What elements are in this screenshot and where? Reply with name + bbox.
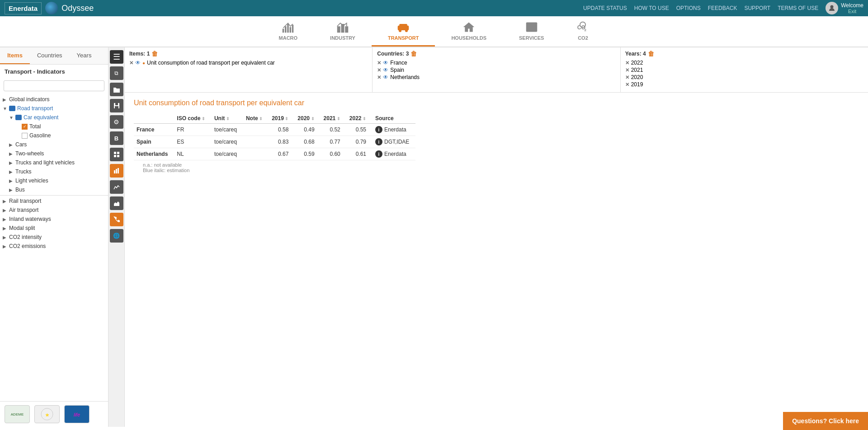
svg-point-11 bbox=[405, 29, 408, 32]
tab-industry[interactable]: INDUSTRY bbox=[314, 16, 372, 47]
tree-item-rail[interactable]: ▶ Rail transport bbox=[0, 196, 108, 206]
country-eye-spain[interactable]: 👁 bbox=[383, 67, 388, 73]
checkbox-total[interactable]: ✓ bbox=[22, 124, 28, 130]
tree-item-global-indicators[interactable]: ▶ Global indicators bbox=[0, 95, 108, 104]
country-remove-netherlands[interactable]: ✕ bbox=[377, 75, 381, 80]
panel-tab-years[interactable]: Years bbox=[70, 47, 99, 64]
nav-link-how-to-use[interactable]: HOW TO USE bbox=[634, 5, 669, 11]
tree-item-gasoline[interactable]: ▶ Gasoline bbox=[0, 131, 108, 140]
expander-trucks-light: ▶ bbox=[9, 160, 15, 165]
tree-item-co2-intensity[interactable]: ▶ CO2 intensity bbox=[0, 233, 108, 242]
expander-co2-intensity: ▶ bbox=[3, 235, 9, 240]
panel-tab-countries[interactable]: Countries bbox=[30, 47, 70, 64]
col-header-2021[interactable]: 2021 bbox=[321, 113, 347, 124]
tab-transport[interactable]: TRANSPORT bbox=[372, 16, 435, 47]
col-header-2022[interactable]: 2022 bbox=[347, 113, 373, 124]
items-trash-icon[interactable]: 🗑 bbox=[151, 50, 158, 57]
country-row-spain: ✕ 👁 Spain bbox=[377, 66, 615, 74]
phone-button[interactable] bbox=[110, 213, 123, 226]
tree-item-modal[interactable]: ▶ Modal split bbox=[0, 224, 108, 233]
copy-button[interactable]: ⧉ bbox=[110, 66, 123, 80]
cell-unit: toe/careq bbox=[212, 124, 243, 136]
country-eye-france[interactable]: 👁 bbox=[383, 60, 388, 66]
tree-item-cars[interactable]: ▶ Cars bbox=[0, 140, 108, 149]
icon-sidebar: ☰ ⧉ ⚙ B 🌐 bbox=[108, 47, 125, 427]
svg-rect-36 bbox=[116, 169, 117, 173]
col-header-isocode[interactable]: ISO code bbox=[174, 113, 212, 124]
enerdata-logo[interactable]: Enerdata bbox=[5, 2, 42, 14]
line-chart-button[interactable] bbox=[110, 180, 123, 194]
tree-item-trucks-light[interactable]: ▶ Trucks and light vehicles bbox=[0, 158, 108, 167]
svg-rect-12 bbox=[399, 24, 407, 26]
tree-item-bus[interactable]: ▶ Bus bbox=[0, 185, 108, 194]
cell-unit: toe/careq bbox=[212, 136, 243, 148]
expander-global: ▶ bbox=[3, 97, 9, 102]
search-input[interactable] bbox=[4, 80, 104, 91]
svg-rect-5 bbox=[292, 25, 294, 33]
countries-trash-icon[interactable]: 🗑 bbox=[410, 50, 417, 57]
tree-item-car-equivalent[interactable]: ▼ Car equivalent bbox=[0, 113, 108, 122]
svg-text:⭐: ⭐ bbox=[45, 413, 49, 417]
countries-header: Countries: 3 🗑 bbox=[377, 50, 615, 57]
nav-link-update-status[interactable]: UPDATE STATUS bbox=[583, 5, 627, 11]
cell-note bbox=[243, 148, 269, 160]
save-button[interactable] bbox=[110, 99, 123, 112]
expander-cars: ▶ bbox=[9, 142, 15, 147]
tab-industry-label: INDUSTRY bbox=[330, 35, 355, 41]
nav-link-feedback[interactable]: FEEDBACK bbox=[708, 5, 737, 11]
bar-chart-button[interactable] bbox=[110, 164, 123, 178]
main-layout: Items Countries Years Transport - Indica… bbox=[0, 47, 868, 427]
year-remove-2019[interactable]: ✕ bbox=[625, 82, 629, 88]
cell-2019: 0.83 bbox=[269, 136, 295, 148]
svg-rect-37 bbox=[118, 168, 119, 173]
item-eye-0[interactable]: 👁 bbox=[135, 60, 141, 66]
info-icon[interactable]: i bbox=[375, 138, 382, 145]
info-icon[interactable]: i bbox=[375, 126, 382, 133]
tree-item-inland[interactable]: ▶ Inland waterways bbox=[0, 215, 108, 224]
tree-item-total[interactable]: ▶ ✓ Total bbox=[0, 122, 108, 131]
globe-button[interactable]: 🌐 bbox=[110, 229, 123, 243]
country-eye-netherlands[interactable]: 👁 bbox=[383, 74, 388, 80]
col-header-2020[interactable]: 2020 bbox=[295, 113, 321, 124]
tab-households[interactable]: HOUSEHOLDS bbox=[435, 16, 503, 47]
col-header-2019[interactable]: 2019 bbox=[269, 113, 295, 124]
tree-item-light-vehicles[interactable]: ▶ Light vehicles bbox=[0, 176, 108, 185]
year-remove-2020[interactable]: ✕ bbox=[625, 75, 629, 80]
menu-button[interactable]: ☰ bbox=[110, 50, 123, 64]
checkbox-gasoline[interactable] bbox=[22, 133, 28, 139]
nav-link-options[interactable]: OPTIONS bbox=[676, 5, 701, 11]
items-count: Items: 1 bbox=[129, 51, 150, 57]
tree-item-air[interactable]: ▶ Air transport bbox=[0, 206, 108, 215]
year-remove-2022[interactable]: ✕ bbox=[625, 60, 629, 66]
info-icon[interactable]: i bbox=[375, 150, 382, 158]
area-chart-button[interactable] bbox=[110, 196, 123, 210]
grid-button[interactable] bbox=[110, 148, 123, 161]
tree-item-co2-emissions[interactable]: ▶ CO2 emissions bbox=[0, 242, 108, 251]
col-header-note[interactable]: Note bbox=[243, 113, 269, 124]
bold-button[interactable]: B bbox=[110, 131, 123, 145]
year-remove-2021[interactable]: ✕ bbox=[625, 67, 629, 73]
item-remove-0[interactable]: ✕ bbox=[129, 60, 133, 66]
svg-marker-38 bbox=[114, 201, 119, 206]
country-remove-france[interactable]: ✕ bbox=[377, 60, 381, 66]
tab-co2[interactable]: CO 2 CO2 bbox=[560, 16, 605, 47]
folder-button[interactable] bbox=[110, 83, 123, 96]
tree-item-road-transport[interactable]: ▼ Road transport bbox=[0, 104, 108, 113]
panel-tab-items[interactable]: Items bbox=[0, 47, 30, 64]
col-header-unit[interactable]: Unit bbox=[212, 113, 243, 124]
questions-button[interactable]: Questions? Click here bbox=[783, 412, 868, 427]
welcome-button[interactable]: Welcome Exit bbox=[826, 2, 863, 14]
years-trash-icon[interactable]: 🗑 bbox=[648, 50, 654, 57]
top-nav-links: UPDATE STATUS HOW TO USE OPTIONS FEEDBAC… bbox=[583, 2, 863, 14]
tab-services[interactable]: SERVICES bbox=[503, 16, 560, 47]
nav-link-terms[interactable]: TERMS OF USE bbox=[778, 5, 818, 11]
svg-marker-14 bbox=[463, 23, 475, 32]
country-remove-spain[interactable]: ✕ bbox=[377, 67, 381, 73]
tree-item-two-wheels[interactable]: ▶ Two-wheels bbox=[0, 149, 108, 158]
tab-macro[interactable]: MACRO bbox=[263, 16, 314, 47]
settings-button[interactable]: ⚙ bbox=[110, 115, 123, 129]
nav-link-support[interactable]: SUPPORT bbox=[744, 5, 770, 11]
tree-item-trucks[interactable]: ▶ Trucks bbox=[0, 167, 108, 176]
folder-car-eq-icon bbox=[15, 115, 22, 120]
tab-co2-label: CO2 bbox=[578, 35, 588, 41]
